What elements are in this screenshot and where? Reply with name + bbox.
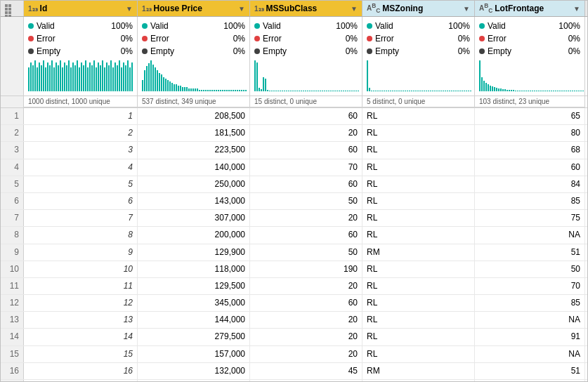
- col-header-subclass[interactable]: 1₂₃ MSSubClass ▼: [250, 1, 362, 16]
- histogram-bar: [318, 91, 319, 91]
- col-header-zoning[interactable]: ABC MSZoning ▼: [362, 1, 475, 16]
- dropdown-arrow-subclass[interactable]: ▼: [351, 5, 358, 13]
- histogram-bar: [131, 62, 133, 91]
- table-cell: 60: [250, 295, 362, 311]
- dropdown-arrow-id[interactable]: ▼: [126, 5, 133, 13]
- histogram-bar: [394, 91, 396, 91]
- histogram-bar: [91, 65, 93, 91]
- valid-dot-id: [28, 23, 34, 29]
- histogram-bar: [98, 62, 99, 91]
- table-cell: 85: [475, 193, 585, 209]
- histogram-bar: [396, 91, 398, 91]
- histogram-bar: [115, 62, 116, 91]
- table-cell: 70: [250, 159, 362, 176]
- table-row[interactable]: 99129,90050RM51: [1, 244, 587, 261]
- histogram-zoning: [367, 58, 470, 93]
- error-label-price: Error: [150, 32, 220, 45]
- table-cell: 50: [475, 261, 585, 277]
- histogram-bar: [106, 62, 107, 91]
- histogram-bar: [566, 91, 567, 91]
- table-row[interactable]: 1111129,50020RL70: [1, 278, 587, 295]
- histogram-bar: [341, 91, 342, 91]
- table-cell: 200,000: [138, 227, 250, 243]
- grid-icon: [5, 4, 13, 13]
- histogram-bar: [178, 86, 179, 91]
- table-row[interactable]: 1414279,50020RL91: [1, 329, 587, 345]
- col-header-id[interactable]: 1₂₃ Id ▼: [24, 1, 138, 16]
- table-row[interactable]: 1313144,00020RLNA: [1, 312, 587, 329]
- distinct-id: 1000 distinct, 1000 unique: [24, 96, 138, 107]
- table-cell: RL: [362, 193, 475, 209]
- table-cell: 181,500: [138, 125, 250, 141]
- table-row[interactable]: 44140,00070RL60: [1, 159, 587, 176]
- table-row[interactable]: 1212345,00060RL85: [1, 295, 587, 312]
- histogram-bar: [182, 87, 183, 91]
- valid-pct-zoning: 100%: [447, 20, 470, 32]
- table-row[interactable]: 22181,50020RL80: [1, 125, 587, 142]
- data-rows-container[interactable]: 11208,50060RL6522181,50020RL8033223,5006…: [1, 108, 587, 382]
- histogram-bar: [451, 91, 452, 91]
- table-cell: 20: [250, 346, 362, 362]
- histogram-bar: [576, 91, 577, 91]
- error-pct-zoning: 0%: [447, 32, 470, 45]
- col-header-frontage[interactable]: ABC LotFrontage ▼: [475, 1, 585, 16]
- type-icon-id: 1₂₃: [28, 5, 38, 13]
- histogram-bar: [538, 91, 540, 91]
- table-cell: RM: [362, 363, 475, 379]
- valid-pct-subclass: 100%: [335, 20, 358, 32]
- histogram-bar: [218, 90, 219, 91]
- table-row[interactable]: 88200,00060RLNA: [1, 227, 587, 244]
- table-cell: 8: [1, 227, 24, 243]
- empty-label-subclass: Empty: [263, 45, 332, 58]
- histogram-price: [142, 58, 245, 93]
- empty-dot-zoning: [367, 48, 372, 54]
- histogram-bar: [224, 90, 226, 91]
- histogram-bar: [53, 67, 55, 91]
- histogram-bar: [186, 87, 188, 91]
- table-row[interactable]: 1515157,00020RLNA: [1, 346, 587, 363]
- histogram-bar: [58, 65, 59, 91]
- table-cell: 157,000: [138, 346, 250, 362]
- table-row[interactable]: 77307,00020RL75: [1, 210, 587, 227]
- table-cell: RL: [362, 295, 475, 311]
- valid-label-zoning: Valid: [375, 20, 445, 32]
- histogram-bar: [148, 63, 150, 91]
- table-cell: 60: [475, 159, 585, 176]
- stat-frontage-error: Error 0%: [479, 32, 580, 45]
- col-header-price[interactable]: 1₂₃ House Price ▼: [138, 1, 250, 16]
- table-cell: 60: [250, 142, 362, 158]
- dropdown-arrow-price[interactable]: ▼: [238, 5, 245, 13]
- histogram-bar: [343, 91, 344, 91]
- histogram-bar: [259, 88, 260, 91]
- histogram-bar: [207, 90, 209, 91]
- dropdown-arrow-zoning[interactable]: ▼: [463, 5, 470, 13]
- table-row[interactable]: 66143,00050RL85: [1, 193, 587, 210]
- valid-dot-price: [142, 23, 148, 29]
- histogram-bar: [443, 91, 444, 91]
- histogram-bar: [269, 91, 270, 91]
- table-cell: 10: [24, 261, 138, 277]
- histogram-bar: [28, 67, 30, 91]
- table-row[interactable]: 11208,50060RL65: [1, 108, 587, 125]
- histogram-bar: [513, 90, 514, 91]
- histogram-bar: [60, 60, 61, 91]
- histogram-bar: [574, 91, 575, 91]
- histogram-bar: [243, 90, 244, 91]
- row-num-header: [1, 1, 24, 16]
- table-cell: 279,500: [138, 329, 250, 345]
- table-cell: NA: [475, 346, 585, 362]
- table-cell: 132,000: [138, 363, 250, 379]
- table-row[interactable]: 1616132,00045RM51: [1, 363, 587, 380]
- histogram-bar: [532, 91, 533, 91]
- table-cell: 14: [1, 329, 24, 345]
- table-row[interactable]: 33223,50060RL68: [1, 142, 587, 159]
- histogram-bar: [557, 91, 558, 91]
- dropdown-arrow-frontage[interactable]: ▼: [573, 5, 580, 13]
- table-row[interactable]: 55250,00060RL84: [1, 176, 587, 193]
- empty-label-frontage: Empty: [488, 45, 555, 58]
- stat-rownum: [1, 17, 24, 96]
- table-cell: 223,500: [138, 142, 250, 158]
- error-pct-frontage: 0%: [558, 32, 580, 45]
- histogram-bar: [49, 65, 51, 91]
- table-row[interactable]: 1010118,000190RL50: [1, 261, 587, 278]
